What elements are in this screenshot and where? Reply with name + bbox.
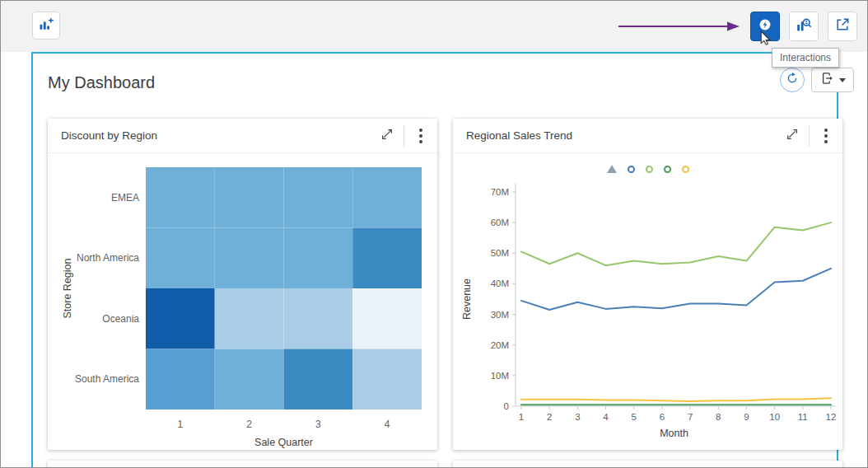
svg-text:3: 3 — [575, 412, 580, 422]
card-title: Regional Sales Trend — [466, 129, 776, 142]
add-chart-button[interactable] — [32, 12, 60, 40]
page-title: My Dashboard — [48, 73, 155, 92]
kebab-menu-icon — [824, 129, 828, 143]
expand-diagonal-icon — [380, 128, 394, 144]
svg-text:EMEA: EMEA — [111, 192, 139, 204]
svg-text:9: 9 — [744, 412, 749, 422]
card-below-right — [453, 461, 842, 468]
svg-text:Sale Quarter: Sale Quarter — [254, 437, 313, 448]
line-chart-area: 010M20M30M40M50M60M70M123456789101112Rev… — [453, 153, 842, 449]
expand-diagonal-icon — [786, 128, 799, 144]
svg-text:1: 1 — [519, 412, 524, 422]
svg-text:10M: 10M — [491, 371, 509, 381]
card-header: Discount by Region — [48, 119, 437, 153]
cards-row-next — [48, 461, 842, 468]
app-window: Interactions My Dashboard — [0, 0, 868, 468]
kebab-menu-icon — [419, 129, 422, 143]
line-chart[interactable]: 010M20M30M40M50M60M70M123456789101112Rev… — [453, 153, 842, 449]
svg-text:Oceania: Oceania — [102, 313, 139, 325]
circle-legend-marker[interactable] — [682, 166, 689, 173]
svg-text:11: 11 — [798, 412, 808, 422]
card-menu-button[interactable] — [810, 119, 842, 153]
card-menu-button[interactable] — [404, 119, 437, 153]
svg-text:Store Region: Store Region — [62, 258, 73, 318]
chevron-down-icon — [839, 78, 846, 82]
svg-text:6: 6 — [660, 412, 665, 422]
svg-text:30M: 30M — [491, 310, 509, 320]
dashboard-header: My Dashboard — [33, 54, 837, 113]
series-green[interactable] — [521, 222, 831, 265]
annotation-arrow — [617, 20, 740, 33]
svg-text:South America: South America — [75, 373, 139, 385]
svg-text:10: 10 — [769, 412, 780, 422]
svg-text:20M: 20M — [491, 340, 509, 350]
svg-text:60M: 60M — [491, 218, 509, 227]
card-expand-button[interactable] — [371, 119, 404, 153]
heatmap-chart-area: EMEANorth AmericaOceaniaSouth America123… — [48, 153, 437, 449]
svg-text:2: 2 — [246, 419, 252, 430]
svg-text:8: 8 — [716, 412, 721, 422]
refresh-button[interactable] — [780, 68, 805, 92]
svg-text:40M: 40M — [491, 278, 509, 288]
dashboard-panel: My Dashboard — [31, 52, 838, 468]
card-discount-by-region: Discount by Region — [48, 119, 437, 450]
card-header: Regional Sales Trend — [453, 119, 842, 153]
card-below-left — [48, 461, 437, 468]
chart-magnifier-icon — [795, 16, 813, 37]
cards-row: Discount by Region — [48, 119, 842, 450]
svg-text:5: 5 — [632, 412, 637, 422]
top-toolbar: Interactions — [1, 1, 867, 52]
svg-text:Month: Month — [660, 428, 688, 439]
card-title: Discount by Region — [61, 129, 371, 142]
card-expand-button[interactable] — [776, 119, 809, 153]
heatmap-chart[interactable]: EMEANorth AmericaOceaniaSouth America123… — [48, 153, 437, 449]
svg-text:0: 0 — [504, 401, 509, 411]
svg-text:50M: 50M — [491, 248, 509, 258]
circle-legend-marker[interactable] — [628, 166, 635, 173]
series-yellow[interactable] — [521, 398, 831, 401]
card-regional-sales-trend: Regional Sales Trend — [453, 119, 842, 450]
interactions-tooltip: Interactions — [772, 48, 839, 68]
export-icon — [820, 71, 835, 89]
series-blue[interactable] — [521, 269, 831, 310]
export-button[interactable] — [811, 68, 854, 92]
svg-text:7: 7 — [688, 412, 693, 422]
svg-text:Revenue: Revenue — [461, 278, 473, 320]
circle-legend-marker[interactable] — [664, 166, 671, 173]
svg-text:1: 1 — [178, 419, 184, 430]
view-underlying-data-button[interactable] — [789, 12, 819, 41]
fullscreen-button[interactable] — [828, 12, 857, 41]
svg-text:70M: 70M — [491, 187, 509, 197]
svg-text:North America: North America — [77, 252, 139, 264]
svg-text:3: 3 — [315, 419, 321, 430]
svg-text:4: 4 — [385, 419, 390, 430]
triangle-legend-marker[interactable] — [607, 165, 617, 173]
refresh-icon — [786, 72, 799, 88]
chart-legend — [453, 165, 842, 173]
svg-text:4: 4 — [603, 412, 609, 422]
svg-text:2: 2 — [547, 412, 552, 422]
circle-legend-marker[interactable] — [646, 166, 653, 173]
open-in-new-icon — [834, 16, 851, 36]
mouse-cursor-icon — [759, 30, 772, 45]
svg-text:12: 12 — [826, 412, 837, 422]
chart-plus-icon — [38, 16, 54, 35]
